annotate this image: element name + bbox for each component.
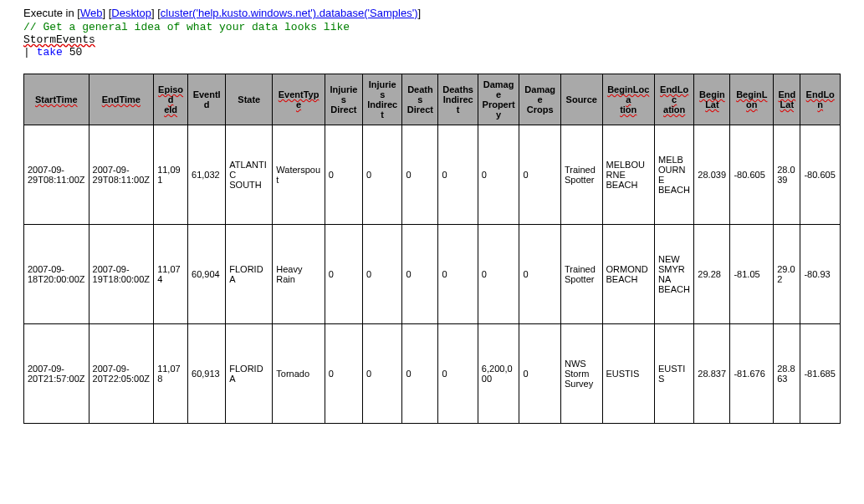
col-header[interactable]: InjuriesDirect <box>325 74 362 125</box>
cell-Source: NWS Storm Survey <box>560 324 602 424</box>
cell-DeathsIndirect: 0 <box>438 225 478 324</box>
col-header-label: EndLat <box>778 89 795 109</box>
cell-BeginLon: -81.05 <box>730 225 774 324</box>
col-header[interactable]: BeginLon <box>730 74 774 125</box>
cell-BeginLon: -80.605 <box>730 125 774 225</box>
col-header[interactable]: EndLat <box>774 74 800 125</box>
cell-DamageProperty: 0 <box>478 225 519 324</box>
col-header[interactable]: DamageProperty <box>478 74 519 125</box>
col-header[interactable]: InjuriesIndirect <box>363 74 402 125</box>
execute-desktop-link[interactable]: Desktop <box>111 7 151 19</box>
results-table: StartTimeEndTimeEpisodeIdEventIdStateEve… <box>23 74 841 424</box>
col-header-label: DamageProperty <box>483 79 515 120</box>
col-header[interactable]: DeathsDirect <box>402 74 438 125</box>
query-code-block[interactable]: // Get a general idea of what your data … <box>23 21 841 59</box>
execute-label: Execute in <box>23 7 74 19</box>
col-header[interactable]: EventId <box>188 74 226 125</box>
cell-EndLocation: EUSTIS <box>654 324 693 424</box>
col-header-label: EndTime <box>102 94 141 104</box>
table-row[interactable]: 2007-09-18T20:00:00Z2007-09-19T18:00:00Z… <box>24 225 841 324</box>
cell-EpisodeId: 11,078 <box>154 324 188 424</box>
cell-Source: Trained Spotter <box>560 225 602 324</box>
cell-EpisodeId: 11,091 <box>154 125 188 225</box>
col-header-label: EventType <box>279 89 320 109</box>
cell-EventId: 60,913 <box>188 324 226 424</box>
table-row[interactable]: 2007-09-29T08:11:00Z2007-09-29T08:11:00Z… <box>24 125 841 225</box>
col-header[interactable]: DeathsIndirect <box>438 74 478 125</box>
col-header-label: DeathsIndirect <box>442 84 473 115</box>
cell-DamageProperty: 0 <box>478 125 519 225</box>
cell-BeginLocation: ORMOND BEACH <box>602 225 654 324</box>
cell-EndTime: 2007-09-20T22:05:00Z <box>89 324 154 424</box>
col-header[interactable]: EpisodeId <box>154 74 188 125</box>
execute-line: Execute in [Web] [Desktop] [cluster('hel… <box>23 7 841 19</box>
cell-EndLat: 28.039 <box>774 125 800 225</box>
cell-State: ATLANTIC SOUTH <box>226 125 273 225</box>
cell-DamageCrops: 0 <box>519 125 561 225</box>
col-header[interactable]: EventType <box>273 74 325 125</box>
execute-web-link[interactable]: Web <box>80 7 103 19</box>
cell-DamageCrops: 0 <box>519 225 561 324</box>
col-header[interactable]: DamageCrops <box>519 74 561 125</box>
cell-EventId: 60,904 <box>188 225 226 324</box>
cell-BeginLat: 29.28 <box>694 225 730 324</box>
cell-EventType: Waterspout <box>273 125 325 225</box>
col-header[interactable]: BeginLat <box>694 74 730 125</box>
cell-EndLocation: NEW SMYRNA BEACH <box>654 225 693 324</box>
cell-BeginLocation: MELBOURNE BEACH <box>602 125 654 225</box>
col-header[interactable]: EndLon <box>800 74 841 125</box>
cell-DamageProperty: 6,200,000 <box>478 324 519 424</box>
cell-DeathsDirect: 0 <box>402 125 438 225</box>
cell-InjuriesDirect: 0 <box>325 125 362 225</box>
cell-BeginLocation: EUSTIS <box>602 324 654 424</box>
cell-BeginLon: -81.676 <box>730 324 774 424</box>
cell-BeginLat: 28.039 <box>694 125 730 225</box>
col-header[interactable]: EndLocation <box>654 74 693 125</box>
col-header-label: DeathsDirect <box>407 84 433 115</box>
col-header-label: InjuriesDirect <box>330 84 357 115</box>
cell-Source: Trained Spotter <box>560 125 602 225</box>
cell-EventType: Tornado <box>273 324 325 424</box>
cell-DeathsDirect: 0 <box>402 324 438 424</box>
cell-EventId: 61,032 <box>188 125 226 225</box>
cell-EndTime: 2007-09-29T08:11:00Z <box>89 125 154 225</box>
col-header-label: EventId <box>193 89 221 109</box>
cell-EventType: Heavy Rain <box>273 225 325 324</box>
cell-BeginLat: 28.837 <box>694 324 730 424</box>
col-header-label: DamageCrops <box>524 84 555 115</box>
cell-EndTime: 2007-09-19T18:00:00Z <box>89 225 154 324</box>
cell-EndLon: -81.685 <box>800 324 841 424</box>
cell-InjuriesDirect: 0 <box>325 225 362 324</box>
col-header-label: State <box>238 94 260 104</box>
cell-DamageCrops: 0 <box>519 324 561 424</box>
cell-EndLocation: MELBOURNE BEACH <box>654 125 693 225</box>
execute-cluster-link[interactable]: cluster('help.kusto.windows.net').databa… <box>161 7 418 19</box>
cell-InjuriesIndirect: 0 <box>363 125 402 225</box>
cell-EndLon: -80.93 <box>800 225 841 324</box>
col-header-label: BeginLat <box>699 89 725 109</box>
cell-StartTime: 2007-09-20T21:57:00Z <box>24 324 89 424</box>
col-header-label: StartTime <box>35 94 78 104</box>
cell-StartTime: 2007-09-29T08:11:00Z <box>24 125 89 225</box>
code-number: 50 <box>69 46 83 59</box>
table-row[interactable]: 2007-09-20T21:57:00Z2007-09-20T22:05:00Z… <box>24 324 841 424</box>
table-header-row: StartTimeEndTimeEpisodeIdEventIdStateEve… <box>24 74 841 125</box>
col-header-label: EndLocation <box>660 84 688 115</box>
cell-EndLat: 28.863 <box>774 324 800 424</box>
col-header-label: Source <box>566 94 597 104</box>
cell-StartTime: 2007-09-18T20:00:00Z <box>24 225 89 324</box>
col-header[interactable]: Source <box>560 74 602 125</box>
cell-DeathsDirect: 0 <box>402 225 438 324</box>
cell-EpisodeId: 11,074 <box>154 225 188 324</box>
col-header-label: EpisodeId <box>158 84 183 115</box>
cell-EndLon: -80.605 <box>800 125 841 225</box>
col-header[interactable]: State <box>226 74 273 125</box>
code-identifier: StormEvents <box>23 33 95 46</box>
col-header[interactable]: BeginLocation <box>602 74 654 125</box>
col-header[interactable]: EndTime <box>89 74 154 125</box>
col-header-label: BeginLocation <box>607 84 649 115</box>
col-header[interactable]: StartTime <box>24 74 89 125</box>
col-header-label: BeginLon <box>736 89 767 109</box>
code-pipe: | <box>23 46 30 59</box>
cell-State: FLORIDA <box>226 324 273 424</box>
